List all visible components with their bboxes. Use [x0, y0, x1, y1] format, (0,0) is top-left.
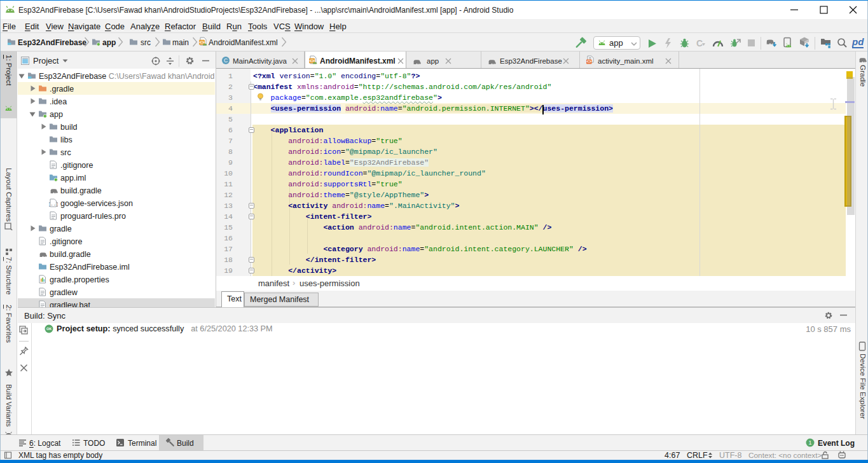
svg-text:{..}: {..}: [49, 202, 58, 207]
svg-text:C: C: [696, 38, 703, 48]
svg-text:<>: <>: [587, 59, 592, 64]
svg-text:<>: <>: [309, 59, 314, 63]
svg-text:OK: OK: [46, 327, 52, 331]
svg-text:C: C: [224, 57, 228, 64]
svg-text:1: 1: [808, 439, 811, 446]
svg-text:<>: <>: [199, 40, 204, 45]
